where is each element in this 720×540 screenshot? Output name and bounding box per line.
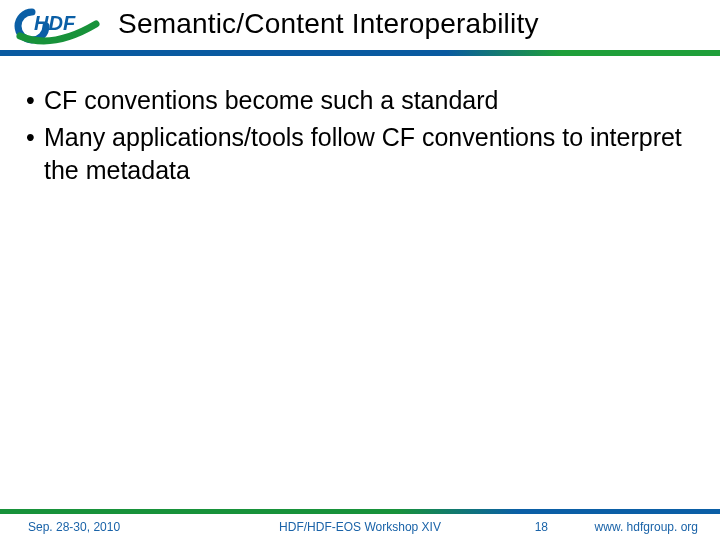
slide-body: • CF conventions become such a standard … (24, 84, 696, 191)
slide-title: Semantic/Content Interoperability (118, 8, 539, 40)
bullet-list: • CF conventions become such a standard … (24, 84, 696, 187)
footer-date: Sep. 28-30, 2010 (28, 520, 120, 534)
bullet-icon: • (24, 121, 44, 154)
slide-footer: Sep. 28-30, 2010 HDF/HDF-EOS Workshop XI… (0, 514, 720, 540)
footer-url: www. hdfgroup. org (595, 520, 698, 534)
bullet-icon: • (24, 84, 44, 117)
list-item: • CF conventions become such a standard (24, 84, 696, 117)
hdf-logo-icon: HDF (14, 6, 100, 46)
svg-text:HDF: HDF (34, 12, 76, 34)
bullet-text: Many applications/tools follow CF conven… (44, 121, 696, 187)
list-item: • Many applications/tools follow CF conv… (24, 121, 696, 187)
footer-center: HDF/HDF-EOS Workshop XIV (279, 520, 441, 534)
bullet-text: CF conventions become such a standard (44, 84, 696, 117)
footer-page-number: 18 (535, 520, 548, 534)
slide-header: HDF Semantic/Content Interoperability (0, 0, 720, 56)
slide: HDF Semantic/Content Interoperability • … (0, 0, 720, 540)
header-separator (0, 50, 720, 56)
